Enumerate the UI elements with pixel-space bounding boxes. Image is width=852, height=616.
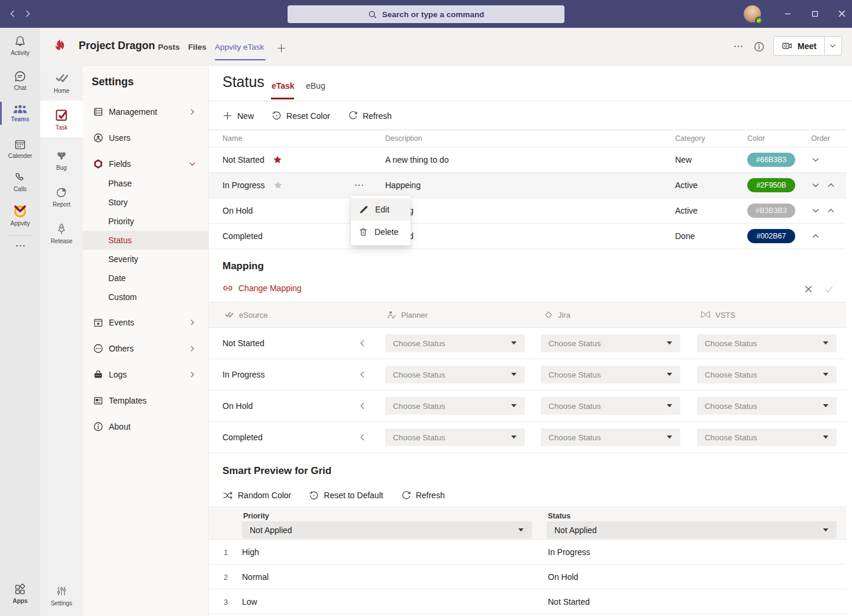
button-label: Refresh — [363, 111, 392, 121]
nav-item-date[interactable]: Date — [83, 269, 208, 288]
status-value: In Progress — [548, 547, 590, 557]
more-apps-icon[interactable] — [0, 244, 40, 247]
color-pill[interactable]: #2F950B — [747, 178, 795, 192]
nav-item-priority[interactable]: Priority — [83, 212, 208, 231]
chevron-left-icon[interactable] — [359, 433, 367, 441]
star-icon[interactable] — [273, 180, 283, 190]
reset-color-button[interactable]: Reset Color — [272, 111, 330, 121]
rail-item-release[interactable]: Release — [40, 222, 83, 244]
tab-ebug[interactable]: eBug — [306, 81, 325, 91]
rail-item-bug[interactable]: Bug — [40, 149, 83, 171]
cancel-mapping-x-icon[interactable] — [804, 285, 813, 294]
nav-item-severity[interactable]: Severity — [83, 250, 208, 269]
row-more-icon[interactable] — [354, 184, 364, 187]
nav-item-custom[interactable]: Custom — [83, 288, 208, 307]
select-placeholder: Choose Status — [393, 339, 446, 348]
back-icon[interactable] — [8, 9, 17, 18]
move-up-icon[interactable] — [827, 207, 835, 215]
priority-filter-select[interactable]: Not Applied — [242, 521, 532, 538]
priority-column-label: Priority — [243, 512, 269, 520]
chevron-left-icon[interactable] — [359, 339, 367, 347]
close-icon[interactable] — [833, 5, 851, 22]
star-icon[interactable] — [273, 155, 282, 165]
change-mapping-link[interactable]: Change Mapping — [222, 283, 302, 294]
info-icon[interactable] — [754, 41, 764, 52]
vsts-status-select[interactable]: Choose Status — [697, 366, 837, 383]
rail-item-calls[interactable]: Calls — [0, 171, 40, 192]
refresh-button[interactable]: Refresh — [348, 111, 392, 121]
planner-status-select[interactable]: Choose Status — [385, 334, 525, 352]
tab-files[interactable]: Files — [188, 43, 206, 51]
status-value: Not Started — [548, 597, 590, 607]
channel-more-icon[interactable] — [734, 45, 743, 48]
rail-item-task[interactable]: Task — [40, 101, 83, 137]
meet-dropdown-icon[interactable] — [824, 37, 841, 55]
avatar[interactable] — [744, 5, 761, 22]
vsts-status-select[interactable]: Choose Status — [697, 334, 837, 352]
rail-label: Home — [54, 88, 70, 94]
new-button[interactable]: New — [222, 111, 254, 121]
nav-item-story[interactable]: Story — [83, 193, 208, 212]
random-color-button[interactable]: Random Color — [222, 491, 291, 500]
chevron-left-icon[interactable] — [359, 370, 367, 379]
planner-status-select[interactable]: Choose Status — [385, 366, 525, 383]
jira-status-select[interactable]: Choose Status — [541, 397, 680, 415]
vsts-status-select[interactable]: Choose Status — [697, 428, 837, 446]
nav-item-fields[interactable]: Fields — [83, 154, 208, 173]
status-filter-select[interactable]: Not Applied — [547, 521, 837, 538]
move-up-icon[interactable] — [811, 232, 820, 241]
color-pill[interactable]: #B3B3B3 — [747, 204, 795, 218]
maximize-icon[interactable] — [806, 5, 824, 22]
planner-status-select[interactable]: Choose Status — [385, 397, 525, 415]
select-value: Not Applied — [554, 525, 597, 535]
nav-item-templates[interactable]: Templates — [83, 391, 208, 410]
refresh-button[interactable]: Refresh — [401, 491, 445, 501]
nav-item-users[interactable]: Users — [83, 128, 208, 147]
tab-posts[interactable]: Posts — [158, 43, 180, 51]
add-tab-icon[interactable] — [276, 43, 286, 53]
move-up-icon[interactable] — [827, 181, 835, 190]
nav-item-events[interactable]: Events — [83, 313, 208, 332]
tab-etask[interactable]: eTask — [272, 81, 295, 91]
nav-item-others[interactable]: Others — [83, 339, 208, 358]
jira-status-select[interactable]: Choose Status — [541, 428, 680, 446]
chevron-left-icon[interactable] — [359, 402, 367, 410]
move-down-icon[interactable] — [811, 181, 820, 190]
menu-item-delete[interactable]: Delete — [351, 221, 411, 243]
status-name: In Progress — [222, 180, 283, 190]
rail-item-teams[interactable]: Teams — [0, 104, 40, 122]
color-pill[interactable]: #66B3B3 — [747, 153, 795, 167]
minimize-icon[interactable] — [779, 5, 796, 22]
nav-item-status[interactable]: Status — [83, 231, 208, 250]
rail-item-calendar[interactable]: Calender — [0, 138, 40, 159]
rail-item-activity[interactable]: Activity — [0, 35, 40, 56]
confirm-mapping-check-icon[interactable] — [824, 285, 834, 294]
color-pill[interactable]: #002B67 — [747, 229, 795, 243]
nav-item-about[interactable]: About — [83, 417, 208, 436]
planner-status-select[interactable]: Choose Status — [385, 428, 525, 446]
pencil-icon — [359, 205, 369, 215]
meet-button[interactable]: Meet — [774, 37, 824, 55]
forward-icon[interactable] — [24, 9, 32, 18]
col-header-order: Order — [811, 134, 830, 143]
rail-item-report[interactable]: Report — [40, 186, 83, 208]
move-down-icon[interactable] — [811, 156, 820, 165]
jira-status-select[interactable]: Choose Status — [541, 334, 680, 352]
nav-item-management[interactable]: Management — [83, 102, 208, 121]
move-down-icon[interactable] — [811, 207, 820, 215]
vsts-status-select[interactable]: Choose Status — [697, 397, 837, 415]
rail-item-apps[interactable]: Apps — [0, 583, 40, 604]
rail-item-home[interactable]: Home — [40, 71, 83, 94]
col-header-category: Category — [675, 134, 705, 143]
rail-item-chat[interactable]: Chat — [0, 70, 40, 91]
nav-item-logs[interactable]: Logs — [83, 365, 208, 384]
jira-status-select[interactable]: Choose Status — [541, 366, 680, 383]
rail-item-settings[interactable]: Settings — [40, 585, 83, 607]
reset-to-default-button[interactable]: Reset to Default — [309, 491, 383, 501]
dropdown-caret-icon — [511, 404, 517, 408]
nav-item-phase[interactable]: Phase — [83, 174, 208, 193]
tab-appvity-etask[interactable]: Appvity eTask — [215, 43, 264, 51]
search-input[interactable]: Search or type a command — [288, 5, 564, 23]
menu-item-edit[interactable]: Edit — [351, 198, 411, 221]
rail-item-appvity[interactable]: Appvity — [0, 203, 40, 227]
